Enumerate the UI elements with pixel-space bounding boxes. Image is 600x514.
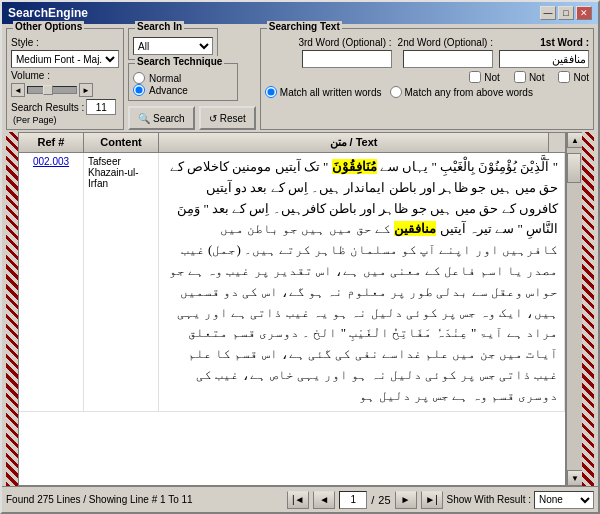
status-text: Found 275 Lines / Showing Line # 1 To 11 (6, 494, 283, 505)
main-window: SearchEngine — □ ✕ Other Options Style :… (0, 0, 600, 514)
searching-text-label: Searching Text (267, 21, 342, 32)
show-result-label: Show With Result : (447, 494, 531, 505)
search-results-label: Search Results : (11, 102, 84, 113)
window-title: SearchEngine (8, 6, 88, 20)
last-page-button[interactable]: ►| (421, 491, 443, 509)
show-result-row: Show With Result : None (447, 491, 594, 509)
reset-button[interactable]: ↺ Reset (199, 106, 256, 130)
not2-row: Not (514, 71, 545, 83)
close-button[interactable]: ✕ (576, 6, 592, 20)
reset-icon: ↺ (209, 113, 217, 124)
cell-text: " آلَّذِیْنَ یُؤْمِنُوْنَ بِالْغَیْبِ " … (159, 153, 565, 411)
first-page-button[interactable]: |◄ (287, 491, 309, 509)
searching-text-group: Searching Text 1st Word : 2nd Word (Opti… (260, 28, 594, 130)
col-header-content: Content (84, 133, 159, 152)
volume-down-icon[interactable]: ◄ (11, 83, 25, 97)
match-any-option: Match any from above words (390, 86, 533, 98)
highlighted-word: مُنَافِقُوْنَ (332, 159, 377, 174)
controls-area: Other Options Style : Medium Font - Maj.… (2, 24, 598, 132)
maximize-button[interactable]: □ (558, 6, 574, 20)
results-table: Ref # Content متن / Text 002.003 Tafseer… (18, 132, 566, 486)
search-in-label: Search In (135, 21, 184, 32)
not2-checkbox[interactable] (514, 71, 526, 83)
not3-label: Not (484, 72, 500, 83)
match-any-label: Match any from above words (405, 87, 533, 98)
not2-label: Not (529, 72, 545, 83)
col-header-text: متن / Text (159, 133, 549, 152)
style-select[interactable]: Medium Font - Maj... (11, 50, 119, 68)
not3-checkbox[interactable] (469, 71, 481, 83)
word2-col: 2nd Word (Optional) : (398, 37, 493, 68)
advance-radio[interactable] (133, 84, 145, 96)
word1-col: 1st Word : (499, 37, 589, 68)
search-technique-label: Search Technique (135, 56, 224, 67)
word2-input[interactable] (403, 50, 493, 68)
status-bar: Found 275 Lines / Showing Line # 1 To 11… (2, 486, 598, 512)
content-area: Ref # Content متن / Text 002.003 Tafseer… (2, 132, 598, 486)
word3-label: 3rd Word (Optional) : (298, 37, 391, 48)
per-page-label: (Per Page) (11, 115, 119, 125)
match-any-radio[interactable] (390, 86, 402, 98)
search-in-select[interactable]: All (133, 37, 213, 55)
search-in-area: Search In All Search Technique Normal (128, 28, 256, 130)
table-body[interactable]: 002.003 Tafseer Khazain-ul-Irfan " آلَّذ… (19, 153, 565, 485)
not1-row: Not (558, 71, 589, 83)
scroll-up-arrow[interactable]: ▲ (567, 132, 583, 148)
results-per-page-input[interactable]: 11 (86, 99, 116, 115)
search-button[interactable]: 🔍 Search (128, 106, 195, 130)
not1-label: Not (573, 72, 589, 83)
table-row: 002.003 Tafseer Khazain-ul-Irfan " آلَّذ… (19, 153, 565, 412)
word2-label: 2nd Word (Optional) : (398, 37, 493, 48)
other-options-label: Other Options (13, 21, 84, 32)
match-row: Match all written words Match any from a… (265, 86, 589, 98)
cell-content: Tafseer Khazain-ul-Irfan (84, 153, 159, 411)
page-total: 25 (378, 494, 390, 506)
search-icon: 🔍 (138, 113, 150, 124)
style-label: Style : (11, 37, 39, 48)
normal-radio[interactable] (133, 72, 145, 84)
match-all-radio[interactable] (265, 86, 277, 98)
word3-col: 3rd Word (Optional) : (298, 37, 391, 68)
left-border-decor (6, 132, 18, 486)
volume-slider[interactable] (27, 86, 77, 94)
show-result-select[interactable]: None (534, 491, 594, 509)
advance-label: Advance (149, 85, 188, 96)
table-header: Ref # Content متن / Text (19, 133, 565, 153)
next-page-button[interactable]: ► (395, 491, 417, 509)
not1-checkbox[interactable] (558, 71, 570, 83)
volume-label: Volume : (11, 70, 50, 81)
minimize-button[interactable]: — (540, 6, 556, 20)
cell-ref[interactable]: 002.003 (19, 153, 84, 411)
other-options-group: Other Options Style : Medium Font - Maj.… (6, 28, 124, 130)
word3-input[interactable] (302, 50, 392, 68)
prev-page-button[interactable]: ◄ (313, 491, 335, 509)
page-separator: / (371, 494, 374, 506)
highlighted-word2: منافقین (394, 221, 436, 236)
word1-label: 1st Word : (540, 37, 589, 48)
word1-input[interactable] (499, 50, 589, 68)
col-header-ref: Ref # (19, 133, 84, 152)
right-border-decor (582, 132, 594, 486)
volume-up-icon[interactable]: ► (79, 83, 93, 97)
scroll-down-arrow[interactable]: ▼ (567, 470, 583, 486)
action-buttons: 🔍 Search ↺ Reset (128, 106, 256, 130)
vertical-scrollbar[interactable]: ▲ ▼ (566, 132, 582, 486)
not3-row: Not (469, 71, 500, 83)
normal-label: Normal (149, 73, 181, 84)
scroll-thumb[interactable] (567, 153, 581, 183)
scroll-track[interactable] (567, 148, 582, 470)
search-technique-group: Search Technique Normal Advance (128, 63, 238, 101)
title-bar-buttons: — □ ✕ (540, 6, 592, 20)
match-all-option: Match all written words (265, 86, 382, 98)
match-all-label: Match all written words (280, 87, 382, 98)
page-number-input[interactable]: 1 (339, 491, 367, 509)
